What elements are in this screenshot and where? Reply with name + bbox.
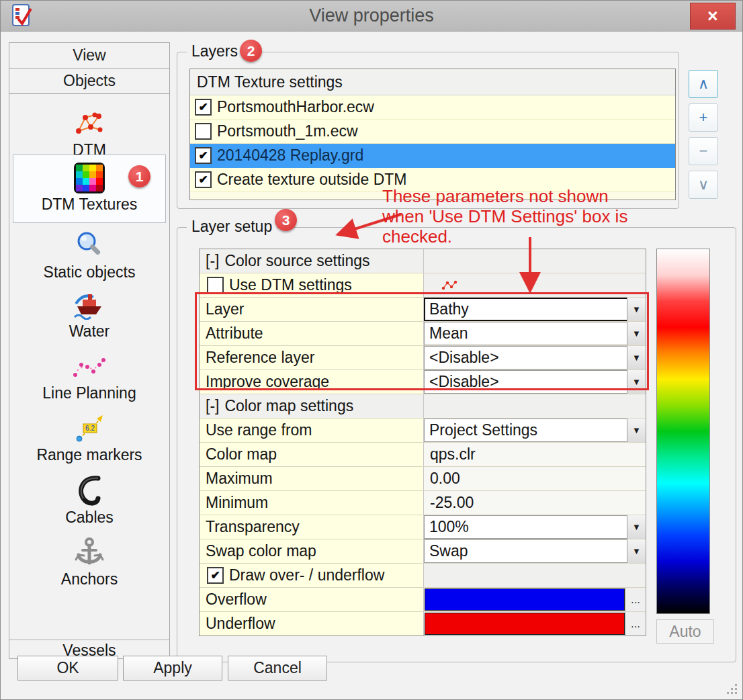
overflow-color-swatch[interactable] [425,588,625,611]
sidebar-item-dtm-textures[interactable]: DTM Textures [13,155,166,223]
layer-row-portsmouth-1m[interactable]: Portsmouth_1m.ecw [190,120,675,144]
grid-row-transparency: Transparency 100% ▼ [200,515,646,539]
dropdown-arrow-icon[interactable]: ▼ [627,370,646,394]
use-range-from-dropdown[interactable]: Project Settings ▼ [424,419,646,442]
collapse-toggle[interactable]: [-] [206,252,219,270]
dropdown-arrow-icon[interactable]: ▼ [627,346,646,369]
cancel-button[interactable]: Cancel [228,656,327,681]
layer-checkbox[interactable] [195,123,212,140]
maximum-value[interactable]: 0.00 [424,467,646,490]
color-map-value[interactable]: qps.clr [424,443,646,466]
auto-button[interactable]: Auto [656,619,714,644]
grid-row-underflow: Underflow ... [200,612,646,636]
sidebar-item-label: Water [9,322,169,341]
grid-row-attribute: Attribute Mean ▼ [200,322,646,346]
layer-dropdown[interactable]: Bathy ▼ [424,298,646,321]
sidebar-item-water[interactable]: Water [9,288,169,341]
underflow-picker-button[interactable]: ... [625,612,646,636]
grid-row-color-map: Color map qps.clr [200,443,646,467]
dropdown-arrow-icon[interactable]: ▼ [627,539,646,563]
layer-row-portsmouthharbor[interactable]: ✔ PortsmouthHarbor.ecw [190,95,675,120]
ok-button[interactable]: OK [17,656,118,681]
remove-layer-button[interactable]: − [689,137,718,165]
dropdown-arrow-icon[interactable]: ▼ [627,419,646,442]
window-title: View properties [1,1,742,31]
annotation-badge-2: 2 [240,40,262,62]
sidebar-item-range-markers[interactable]: 6.2 Range markers [9,411,169,464]
resize-grip[interactable] [725,682,738,695]
minimum-value[interactable]: -25.00 [424,491,646,515]
grid-row-minimum: Minimum -25.00 [200,491,646,515]
layers-list-header: DTM Texture settings [190,69,675,95]
color-scale [656,249,710,614]
grid-row-maximum: Maximum 0.00 [200,467,646,491]
close-button[interactable]: × [690,3,736,30]
collapse-toggle[interactable]: [-] [206,397,219,415]
layer-name: 20140428 Replay.grd [217,146,363,165]
grid-row-color-source-settings: [-] Color source settings [200,249,646,273]
annotation-badge-1: 1 [128,165,150,187]
attribute-dropdown[interactable]: Mean ▼ [424,322,646,345]
sidebar-item-dtm[interactable]: DTM [9,106,169,159]
line-planning-icon [73,353,106,380]
move-up-button[interactable]: ∧ [689,70,718,98]
sidebar: View Objects DTM [9,42,170,659]
view-properties-dialog: View properties × View Objects DTM [0,0,743,700]
sidebar-item-label: DTM Textures [13,195,165,214]
row-label: Color map [200,443,424,466]
cable-icon [74,474,105,508]
row-label: Use range from [200,419,424,442]
sidebar-item-label: Cables [9,509,169,527]
row-label: Use DTM settings [229,276,352,294]
dropdown-arrow-icon[interactable]: ▼ [627,298,646,321]
row-label: Improve coverage [200,370,424,394]
minus-icon: − [699,142,708,160]
underflow-color-swatch[interactable] [425,613,625,635]
layers-group-label: Layers [187,42,243,60]
sidebar-tab-objects[interactable]: Objects [9,69,169,94]
grid-row-swap-color-map: Swap color map Swap ▼ [200,539,646,564]
draw-over-underflow-checkbox[interactable]: ✔ [207,567,224,584]
grid-row-use-dtm-settings: Use DTM settings [200,273,646,298]
layer-checkbox[interactable]: ✔ [195,99,212,116]
reference-layer-dropdown[interactable]: <Disable> ▼ [424,346,646,369]
plus-icon: + [699,109,708,126]
layer-checkbox[interactable]: ✔ [195,171,212,188]
sidebar-tab-view[interactable]: View [9,43,169,69]
layer-row-replay-selected[interactable]: ✔ 20140428 Replay.grd [190,144,675,168]
swap-color-map-dropdown[interactable]: Swap ▼ [424,539,646,563]
layer-name: Portsmouth_1m.ecw [217,122,358,140]
sidebar-item-line-planning[interactable]: Line Planning [9,349,169,402]
sidebar-item-static-objects[interactable]: Static objects [9,228,169,281]
grid-row-overflow: Overflow ... [200,588,646,612]
dropdown-arrow-icon[interactable]: ▼ [627,515,646,539]
dropdown-value: 100% [429,518,469,536]
row-label: Minimum [200,491,424,515]
use-dtm-settings-checkbox[interactable] [207,277,224,294]
dropdown-arrow-icon[interactable]: ▼ [627,322,646,345]
dropdown-value: Project Settings [429,421,537,439]
row-label: Swap color map [200,539,424,563]
dtm-textures-icon [73,161,106,195]
sidebar-item-cables[interactable]: Cables [9,474,169,527]
annotation-note: These parameters not shown when 'Use DTM… [382,186,627,247]
range-markers-icon: 6.2 [73,413,106,444]
sidebar-item-anchors[interactable]: Anchors [9,535,169,588]
dropdown-value: <Disable> [429,349,499,367]
anchor-icon [74,536,105,570]
apply-button[interactable]: Apply [123,656,222,681]
property-grid: [-] Color source settings Use DTM settin… [199,249,646,636]
section-label: Color map settings [224,397,353,415]
annotation-badge-3: 3 [275,209,297,231]
row-label: Overflow [200,588,424,611]
overflow-picker-button[interactable]: ... [625,588,646,611]
improve-coverage-dropdown[interactable]: <Disable> ▼ [424,370,646,394]
svg-text:6.2: 6.2 [85,425,95,432]
sidebar-item-label: Line Planning [9,384,169,402]
add-layer-button[interactable]: + [689,103,718,132]
move-down-button[interactable]: ∨ [689,171,718,199]
grid-row-improve-coverage: Improve coverage <Disable> ▼ [200,370,646,394]
sidebar-item-label: Static objects [9,263,169,281]
transparency-dropdown[interactable]: 100% ▼ [424,515,646,539]
layer-checkbox[interactable]: ✔ [195,147,212,164]
